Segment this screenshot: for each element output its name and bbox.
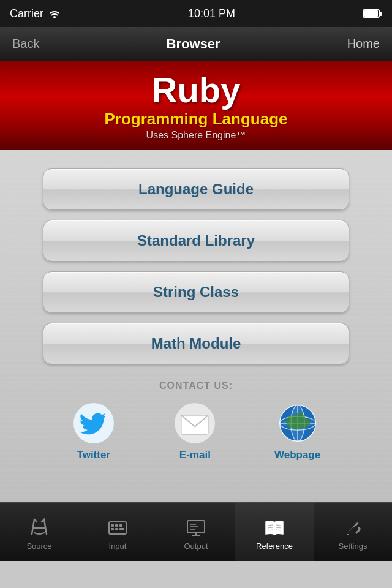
home-button[interactable]: Home: [347, 37, 380, 51]
menu-button-label-language-guide: Language Guide: [138, 181, 254, 198]
svg-rect-12: [111, 524, 114, 527]
menu-button-language-guide[interactable]: Language Guide: [43, 168, 349, 210]
status-left: Carrier: [10, 7, 61, 20]
svg-rect-14: [119, 524, 123, 527]
contact-icons: Twitter E-mail: [43, 401, 349, 461]
tab-reference-label: Reference: [256, 541, 293, 551]
tab-source[interactable]: Source: [0, 503, 78, 561]
status-time: 10:01 PM: [188, 7, 235, 20]
reference-icon: [263, 517, 285, 539]
wifi-icon: [48, 9, 61, 18]
back-button[interactable]: Back: [12, 37, 39, 51]
output-icon: [185, 517, 207, 539]
main-content: Language GuideStandard LibraryString Cla…: [0, 150, 392, 502]
tab-output[interactable]: Output: [157, 503, 235, 561]
header-banner: Ruby Programming Language Uses Sphere En…: [0, 61, 392, 150]
tab-source-label: Source: [26, 541, 51, 551]
battery-icon: [363, 9, 382, 18]
banner-subtitle: Programming Language: [104, 110, 287, 129]
menu-button-math-module[interactable]: Math Module: [43, 323, 349, 364]
twitter-label: Twitter: [77, 449, 110, 461]
svg-rect-13: [115, 524, 118, 527]
menu-button-string-class[interactable]: String Class: [43, 271, 349, 313]
twitter-icon-wrap: [72, 401, 116, 445]
source-icon: [28, 517, 50, 539]
settings-icon: [342, 517, 364, 539]
email-icon: [175, 403, 215, 443]
menu-button-label-standard-library: Standard Library: [137, 232, 255, 249]
tab-bar: Source Input: [0, 502, 392, 561]
webpage-icon: [277, 403, 318, 443]
twitter-icon: [74, 403, 114, 443]
menu-button-label-math-module: Math Module: [151, 335, 241, 352]
carrier-label: Carrier: [10, 7, 43, 20]
svg-rect-16: [115, 528, 118, 530]
tab-output-label: Output: [184, 541, 208, 551]
menu-buttons: Language GuideStandard LibraryString Cla…: [43, 168, 349, 374]
tab-settings[interactable]: Settings: [314, 503, 392, 561]
webpage-contact[interactable]: Webpage: [274, 401, 320, 461]
tab-settings-label: Settings: [339, 541, 368, 551]
nav-bar: Back Browser Home: [0, 27, 392, 61]
contact-section: CONTACT US: Twitter: [43, 380, 349, 461]
svg-rect-17: [119, 528, 124, 530]
input-icon: [107, 517, 129, 539]
webpage-label: Webpage: [274, 449, 320, 461]
twitter-contact[interactable]: Twitter: [72, 401, 116, 461]
email-label: E-mail: [179, 449, 211, 461]
nav-title: Browser: [167, 36, 221, 52]
status-bar: Carrier 10:01 PM: [0, 0, 392, 27]
contact-label: CONTACT US:: [159, 380, 233, 391]
tab-input-label: Input: [109, 541, 127, 551]
banner-tagline: Uses Sphere Engine™: [146, 130, 246, 141]
menu-button-label-string-class: String Class: [153, 284, 239, 301]
email-contact[interactable]: E-mail: [173, 401, 217, 461]
svg-rect-15: [111, 528, 114, 530]
tab-reference[interactable]: Reference: [235, 503, 314, 561]
menu-button-standard-library[interactable]: Standard Library: [43, 220, 349, 262]
webpage-icon-wrap: [276, 401, 320, 445]
status-right: [363, 9, 382, 18]
banner-title: Ruby: [152, 70, 241, 110]
tab-input[interactable]: Input: [78, 503, 157, 561]
email-icon-wrap: [173, 401, 217, 445]
